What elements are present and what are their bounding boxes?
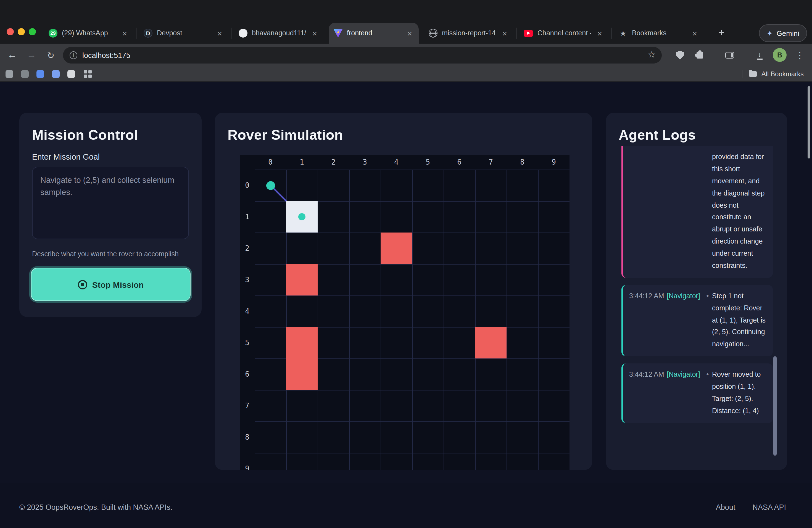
divider — [742, 70, 743, 78]
tab-close-icon[interactable]: × — [215, 28, 224, 38]
zoom-window-button[interactable] — [29, 28, 36, 35]
tab-channel-content[interactable]: Channel content -× — [519, 23, 609, 44]
grid-col-label: 3 — [349, 155, 381, 170]
log-entry: provided data for this short movement, a… — [621, 146, 773, 278]
bookmark-item-0[interactable] — [5, 70, 13, 78]
tab-close-icon[interactable]: × — [501, 28, 509, 38]
tab-close-icon[interactable]: × — [120, 28, 129, 38]
bookmark-item-2[interactable] — [37, 70, 44, 78]
log-message: provided data for this short movement, a… — [712, 151, 767, 272]
log-timestamp: 3:44:12 AM — [629, 369, 665, 417]
github-favicon-icon — [238, 29, 247, 38]
mission-goal-input[interactable] — [32, 167, 189, 239]
log-message: Rover moved to position (1, 1). Target: … — [712, 369, 767, 417]
browser-scrollbar[interactable] — [808, 86, 810, 159]
tab-close-icon[interactable]: × — [310, 28, 319, 38]
tab-title: (29) WhatsApp — [62, 29, 116, 37]
nasa-api-link[interactable]: NASA API — [752, 503, 786, 511]
grid-column-labels: 0123456789 — [255, 155, 569, 170]
rover-dot — [298, 213, 305, 220]
obstacle-cell — [286, 327, 318, 358]
forward-icon[interactable]: → — [24, 47, 39, 63]
grid-col-label: 8 — [507, 155, 538, 170]
menu-dots-icon[interactable]: ⋮ — [792, 47, 808, 63]
downloads-icon[interactable]: ↓ — [752, 47, 767, 63]
tab-frontend[interactable]: frontend× — [329, 23, 419, 44]
log-agent-name — [667, 151, 703, 272]
grid-row-label: 0 — [240, 170, 255, 201]
url-text: localhost:5175 — [82, 51, 130, 59]
log-timestamp — [629, 151, 665, 272]
log-timestamp: 3:44:12 AM — [629, 291, 665, 351]
grid-row-label: 5 — [240, 327, 255, 358]
tab-mission-report-14[interactable]: mission-report-14...× — [424, 23, 514, 44]
grid-row-label: 6 — [240, 358, 255, 390]
youtube-favicon-icon — [524, 30, 533, 37]
close-window-button[interactable] — [6, 28, 14, 35]
log-list: provided data for this short movement, a… — [621, 146, 773, 465]
rover-simulation-card: Rover Simulation 0123456789 0123456789 — [215, 113, 592, 470]
tab-close-icon[interactable]: × — [595, 28, 604, 38]
bookmark-favicons — [5, 70, 75, 78]
tab-title: mission-report-14... — [442, 29, 496, 37]
gemini-icon: ✦ — [767, 29, 773, 37]
shield-icon[interactable] — [672, 47, 688, 63]
profile-avatar[interactable]: B — [773, 48, 787, 62]
browser-window: 29(29) WhatsApp×DDevpost×bhavanagoud111/… — [0, 0, 812, 528]
devpost-favicon-icon: D — [144, 29, 153, 38]
mission-control-title: Mission Control — [32, 127, 138, 143]
new-tab-button[interactable]: + — [714, 25, 729, 40]
page-content: Mission Control Enter Mission Goal Descr… — [0, 82, 812, 528]
bookmark-star-icon[interactable]: ☆ — [648, 50, 656, 59]
log-entry: 3:44:12 AM[Navigator]•Step 1 not complet… — [621, 285, 773, 356]
grid-col-label: 4 — [381, 155, 412, 170]
apps-grid-icon[interactable] — [84, 70, 92, 78]
bookmark-item-4[interactable] — [68, 70, 75, 78]
tab-bhavanagoud111[interactable]: bhavanagoud111/...× — [234, 23, 324, 44]
tab-strip: 29(29) WhatsApp×DDevpost×bhavanagoud111/… — [0, 0, 812, 44]
reload-icon[interactable]: ↻ — [43, 47, 59, 63]
log-bullet — [706, 151, 710, 272]
tab-close-icon[interactable]: × — [405, 28, 414, 38]
globe-favicon-icon — [429, 29, 437, 38]
tab-29-whatsapp[interactable]: 29(29) WhatsApp× — [44, 23, 134, 44]
logs-scrollbar[interactable] — [773, 356, 777, 456]
grid-row-labels: 0123456789 — [240, 170, 255, 470]
address-bar[interactable]: i localhost:5175 ☆ — [63, 47, 662, 63]
grid-row-label: 9 — [240, 453, 255, 470]
tab-close-icon[interactable]: × — [691, 28, 699, 38]
agent-logs-card: Agent Logs provided data for this short … — [606, 113, 787, 470]
path-start-dot — [266, 181, 275, 190]
stop-mission-button[interactable]: Stop Mission — [31, 268, 191, 301]
bookmarks-bar: All Bookmarks — [0, 67, 812, 82]
tab-title: Bookmarks — [632, 29, 686, 37]
bookmark-item-1[interactable] — [21, 70, 29, 78]
minimize-window-button[interactable] — [18, 28, 25, 35]
grid-col-label: 1 — [286, 155, 318, 170]
log-agent-name: [Navigator] — [667, 369, 703, 417]
extensions-puzzle-icon[interactable] — [692, 47, 708, 63]
bookmark-item-3[interactable] — [52, 70, 60, 78]
footer-links: About NASA API — [716, 503, 786, 511]
grid-col-label: 9 — [538, 155, 569, 170]
log-agent-name: [Navigator] — [667, 291, 703, 351]
about-link[interactable]: About — [716, 503, 736, 511]
tab-bookmarks[interactable]: Bookmarks× — [614, 23, 704, 44]
mission-control-card: Mission Control Enter Mission Goal Descr… — [19, 113, 202, 317]
goal-label: Enter Mission Goal — [32, 152, 100, 161]
obstacle-cell — [381, 233, 412, 264]
tab-devpost[interactable]: DDevpost× — [139, 23, 229, 44]
gemini-button[interactable]: ✦ Gemini — [759, 24, 807, 42]
log-entry: 3:44:12 AM[Navigator]•Rover moved to pos… — [621, 363, 773, 423]
back-icon[interactable]: ← — [4, 47, 20, 63]
grid-row-label: 2 — [240, 233, 255, 264]
site-info-icon[interactable]: i — [70, 52, 77, 59]
stop-mission-label: Stop Mission — [92, 280, 144, 289]
page-footer: © 2025 OopsRoverOps. Built with NASA API… — [0, 483, 812, 528]
folder-icon — [749, 71, 757, 77]
grid-row-label: 3 — [240, 264, 255, 295]
all-bookmarks[interactable]: All Bookmarks — [742, 67, 804, 81]
tab-bar: 29(29) WhatsApp×DDevpost×bhavanagoud111/… — [44, 23, 709, 44]
side-panel-icon[interactable] — [722, 47, 737, 63]
agent-logs-title: Agent Logs — [619, 127, 696, 143]
